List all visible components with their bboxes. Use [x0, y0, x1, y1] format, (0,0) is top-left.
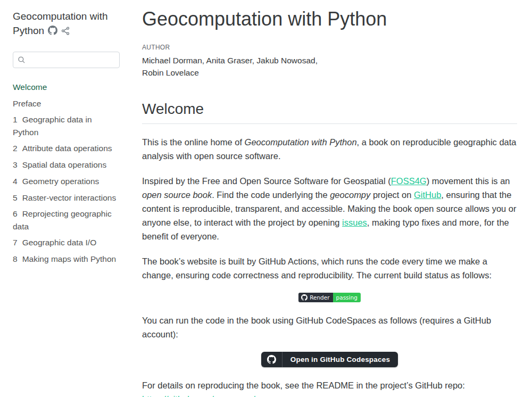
emphasized-text: Geocomputation with Python	[245, 137, 357, 147]
codespaces-button-row: Open in GitHub Codespaces	[142, 352, 517, 367]
text: This is the online home of	[142, 137, 245, 147]
open-codespaces-button[interactable]: Open in GitHub Codespaces	[261, 352, 398, 367]
paragraph-codespaces: You can run the code in the book using G…	[142, 313, 517, 341]
page-title: Geocomputation with Python	[142, 7, 517, 30]
emphasized-text: geocompy	[330, 190, 370, 200]
author-label: AUTHOR	[142, 44, 517, 51]
nav-label: Geometry operations	[22, 177, 99, 186]
text: ) movement this is an	[427, 176, 510, 186]
paragraph-build-status: The book’s website is built by GitHub Ac…	[142, 252, 517, 282]
paragraph-intro: This is the online home of Geocomputatio…	[142, 135, 517, 163]
nav-label: Raster-vector interactions	[22, 193, 117, 202]
github-icon	[301, 294, 307, 301]
nav-label: Reprojecting geographic data	[13, 209, 112, 230]
nav-label: Making maps with Python	[22, 254, 117, 263]
search-icon	[18, 56, 26, 66]
emphasized-text: open source book	[142, 190, 212, 200]
badge-left-label: Render	[310, 294, 329, 301]
search-box[interactable]	[13, 52, 120, 68]
sidebar-item-ch6[interactable]: 6Reprojecting geographic data	[13, 208, 119, 233]
sidebar-item-ch8[interactable]: 8Making maps with Python	[13, 253, 119, 265]
main-content: Geocomputation with Python AUTHOR Michae…	[133, 0, 532, 397]
link-foss4g[interactable]: FOSS4G	[391, 176, 427, 186]
paragraph-repro: For details on reproducing the book, see…	[142, 378, 517, 397]
link-github[interactable]: GitHub	[414, 190, 441, 200]
codespaces-button-label: Open in GitHub Codespaces	[282, 352, 398, 367]
text: The book’s website is built by GitHub Ac…	[142, 257, 492, 280]
sidebar-title-icons	[44, 27, 70, 36]
nav-label: Geographic data I/O	[22, 238, 97, 247]
text: . Find the code underlying the	[212, 190, 330, 200]
sidebar: Geocomputation with Python Welcome Prefa…	[0, 0, 133, 397]
paragraph-open-source: Inspired by the Free and Open Source Sof…	[142, 172, 517, 243]
text: You can run the code in the book using G…	[142, 316, 491, 339]
sidebar-nav: Welcome Preface 1Geographic data in Pyth…	[13, 81, 119, 269]
search-input[interactable]	[28, 52, 116, 68]
nav-label: Spatial data operations	[22, 160, 107, 169]
text: For details on reproducing the book, see…	[142, 381, 465, 390]
text: .	[264, 394, 267, 397]
section-heading-welcome: Welcome	[142, 101, 517, 124]
sidebar-item-ch1[interactable]: 1Geographic data in Python	[13, 113, 119, 138]
github-icon	[261, 352, 282, 367]
sidebar-item-preface[interactable]: Preface	[13, 97, 119, 110]
nav-label: Preface	[13, 99, 41, 108]
sidebar-item-ch7[interactable]: 7Geographic data I/O	[13, 236, 119, 249]
sidebar-header: Geocomputation with Python	[13, 10, 119, 38]
text: Inspired by the Free and Open Source Sof…	[142, 176, 391, 186]
sidebar-item-ch2[interactable]: 2Attribute data operations	[13, 142, 119, 154]
github-icon[interactable]	[48, 26, 57, 37]
page: Geocomputation with Python Welcome Prefa…	[0, 0, 532, 397]
text: project on	[370, 190, 414, 200]
sidebar-item-ch3[interactable]: 3Spatial data operations	[13, 159, 119, 171]
badge-left-segment: Render	[298, 293, 332, 302]
link-repo-url[interactable]: https://github.com/geocompr/py	[142, 394, 264, 397]
badge-row: Render passing	[142, 293, 517, 303]
build-status-badge[interactable]: Render passing	[298, 293, 361, 302]
link-issues[interactable]: issues	[342, 218, 367, 227]
nav-label: Welcome	[13, 82, 47, 92]
sidebar-item-ch5[interactable]: 5Raster-vector interactions	[13, 192, 119, 204]
share-icon[interactable]	[61, 27, 70, 37]
nav-label: Attribute data operations	[22, 144, 112, 153]
sidebar-item-ch4[interactable]: 4Geometry operations	[13, 175, 119, 187]
nav-label: Geographic data in Python	[13, 115, 92, 136]
badge-status-label: passing	[333, 293, 361, 302]
sidebar-item-welcome[interactable]: Welcome	[13, 81, 119, 93]
authors: Michael Dorman, Anita Graser, Jakub Nowo…	[142, 54, 326, 79]
